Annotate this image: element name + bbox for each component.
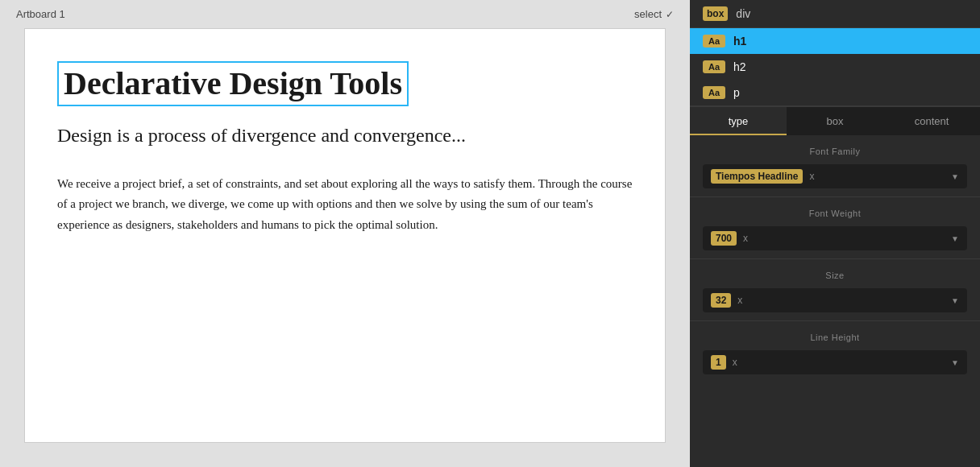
line-height-x[interactable]: x — [731, 357, 739, 368]
line-height-label: Line Height — [703, 333, 967, 342]
size-x[interactable]: x — [736, 295, 744, 306]
font-family-section: Font Family Tiempos Headline x ▼ — [690, 135, 980, 196]
font-weight-x[interactable]: x — [741, 233, 750, 244]
size-label: Size — [703, 271, 967, 280]
font-family-x[interactable]: x — [808, 171, 816, 182]
font-weight-control[interactable]: 700 x ▼ — [703, 226, 967, 250]
font-weight-section: Font Weight 700 x ▼ — [690, 197, 980, 258]
h1-label: h1 — [733, 35, 746, 48]
font-family-control[interactable]: Tiempos Headline x ▼ — [703, 164, 967, 188]
h2-badge: Aa — [703, 60, 725, 73]
select-checkmark: ✓ — [666, 9, 674, 20]
font-weight-label: Font Weight — [703, 209, 967, 218]
font-weight-chevron[interactable]: ▼ — [951, 234, 959, 243]
size-chevron[interactable]: ▼ — [951, 296, 959, 305]
font-family-label: Font Family — [703, 147, 967, 156]
font-weight-tag: 700 — [711, 231, 737, 246]
canvas-toolbar: Artboard 1 select ✓ — [0, 0, 690, 28]
div-label: div — [736, 7, 750, 20]
h2-subheading[interactable]: Design is a process of divergence and co… — [57, 122, 633, 150]
tab-box[interactable]: box — [787, 107, 883, 135]
right-panel: box div Aa h1 Aa h2 Aa p type box conten… — [690, 0, 980, 467]
line-height-control[interactable]: 1 x ▼ — [703, 350, 967, 374]
properties-panel: Font Family Tiempos Headline x ▼ Font We… — [690, 135, 980, 467]
tab-content[interactable]: content — [883, 107, 980, 135]
h1-heading[interactable]: Declarative Design Tools — [57, 61, 409, 106]
element-row-h2[interactable]: Aa h2 — [690, 54, 980, 80]
h1-badge: Aa — [703, 35, 725, 48]
size-control[interactable]: 32 x ▼ — [703, 288, 967, 312]
element-row-p[interactable]: Aa p — [690, 80, 980, 105]
line-height-tag: 1 — [711, 355, 726, 370]
artboard-label: Artboard 1 — [16, 8, 65, 20]
div-badge: box — [703, 6, 728, 21]
line-height-section: Line Height 1 x ▼ — [690, 321, 980, 382]
element-list: Aa h1 Aa h2 Aa p — [690, 28, 980, 105]
line-height-chevron[interactable]: ▼ — [951, 358, 959, 367]
h2-label: h2 — [733, 60, 746, 73]
size-tag: 32 — [711, 293, 731, 308]
p-label: p — [733, 86, 740, 99]
div-row: box div — [690, 0, 980, 27]
artboard: Declarative Design Tools Design is a pro… — [24, 28, 666, 443]
size-section: Size 32 x ▼ — [690, 259, 980, 320]
font-family-tag: Tiempos Headline — [711, 169, 803, 184]
canvas-area: Artboard 1 select ✓ Declarative Design T… — [0, 0, 690, 467]
tab-bar: type box content — [690, 106, 980, 135]
p-badge: Aa — [703, 86, 725, 99]
tab-type[interactable]: type — [690, 107, 787, 135]
select-label: select — [634, 8, 662, 20]
body-paragraph[interactable]: We receive a project brief, a set of con… — [57, 174, 633, 236]
select-control[interactable]: select ✓ — [634, 8, 674, 20]
element-row-h1[interactable]: Aa h1 — [690, 28, 980, 54]
font-family-chevron[interactable]: ▼ — [951, 172, 959, 181]
